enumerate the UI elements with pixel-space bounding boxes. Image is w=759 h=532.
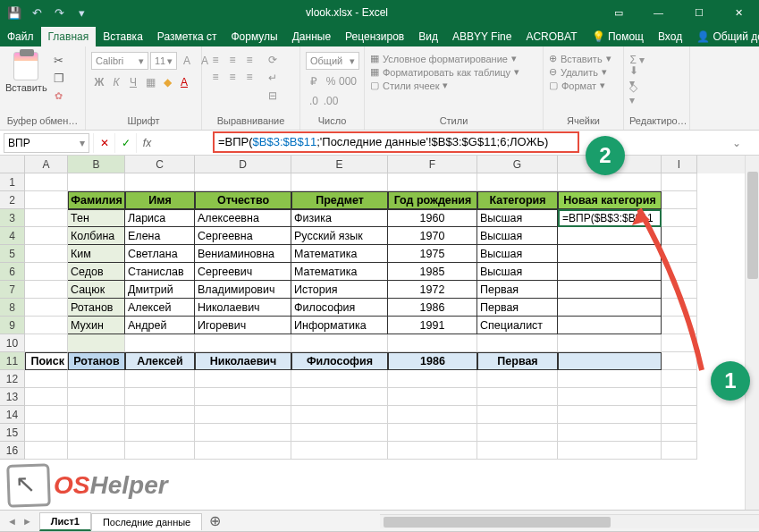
cell-B6[interactable]: Седов bbox=[68, 263, 125, 281]
cell-D2[interactable]: Отчество bbox=[195, 191, 291, 209]
row-header-7[interactable]: 7 bbox=[0, 281, 25, 299]
cell-B10[interactable] bbox=[68, 334, 125, 352]
merge-icon[interactable]: ⊟ bbox=[265, 88, 281, 104]
tab-home[interactable]: Главная bbox=[41, 27, 97, 46]
spreadsheet-grid[interactable]: ABCDEFGHI 12ФамилияИмяОтчествоПредметГод… bbox=[0, 156, 759, 510]
cell-G16[interactable] bbox=[477, 442, 558, 460]
cell-C16[interactable] bbox=[125, 442, 195, 460]
cell-A11[interactable]: Поиск bbox=[25, 352, 68, 370]
qat-more-icon[interactable]: ▾ bbox=[71, 2, 92, 23]
cell-C11[interactable]: Алексей bbox=[125, 352, 195, 370]
cell-D6[interactable]: Сергеевич bbox=[195, 263, 291, 281]
cell-D15[interactable] bbox=[195, 424, 291, 442]
cell-F5[interactable]: 1975 bbox=[388, 245, 477, 263]
cell-E16[interactable] bbox=[291, 442, 388, 460]
cell-G10[interactable] bbox=[477, 334, 558, 352]
cell-E9[interactable]: Информатика bbox=[291, 317, 388, 334]
cell-A15[interactable] bbox=[25, 424, 68, 442]
cell-I15[interactable] bbox=[662, 424, 697, 442]
tab-formulas[interactable]: Формулы bbox=[224, 27, 285, 46]
cell-F9[interactable]: 1991 bbox=[388, 317, 477, 334]
cell-I1[interactable] bbox=[662, 173, 697, 191]
cell-H13[interactable] bbox=[558, 388, 662, 406]
cell-F12[interactable] bbox=[388, 370, 477, 388]
cell-A2[interactable] bbox=[25, 191, 68, 209]
cell-G13[interactable] bbox=[477, 388, 558, 406]
cell-C3[interactable]: Лариса bbox=[125, 209, 195, 227]
cell-B8[interactable]: Ротанов bbox=[68, 299, 125, 317]
cell-H1[interactable] bbox=[558, 173, 662, 191]
cell-C12[interactable] bbox=[125, 370, 195, 388]
cell-C5[interactable]: Светлана bbox=[125, 245, 195, 263]
cell-F2[interactable]: Год рождения bbox=[388, 191, 477, 209]
login-link[interactable]: Вход bbox=[651, 27, 689, 46]
number-format-select[interactable]: Общий▾ bbox=[306, 52, 359, 70]
cell-A12[interactable] bbox=[25, 370, 68, 388]
cell-F10[interactable] bbox=[388, 334, 477, 352]
cell-B16[interactable] bbox=[68, 442, 125, 460]
comma-icon[interactable]: 000 bbox=[340, 73, 356, 89]
row-header-1[interactable]: 1 bbox=[0, 173, 25, 191]
tab-data[interactable]: Данные bbox=[285, 27, 338, 46]
cell-G12[interactable] bbox=[477, 370, 558, 388]
wrap-text-icon[interactable]: ↵ bbox=[265, 70, 281, 86]
cell-G15[interactable] bbox=[477, 424, 558, 442]
row-header-9[interactable]: 9 bbox=[0, 317, 25, 334]
cell-F11[interactable]: 1986 bbox=[388, 352, 477, 370]
italic-icon[interactable]: К bbox=[108, 74, 124, 90]
redo-icon[interactable]: ↷ bbox=[48, 2, 70, 23]
cell-C6[interactable]: Станислав bbox=[125, 263, 195, 281]
format-painter-icon[interactable] bbox=[51, 88, 67, 104]
tab-abbyy[interactable]: ABBYY Fine bbox=[445, 27, 519, 46]
cell-C10[interactable] bbox=[125, 334, 195, 352]
row-header-11[interactable]: 11 bbox=[0, 352, 25, 370]
save-icon[interactable]: 💾 bbox=[4, 2, 25, 23]
cell-A8[interactable] bbox=[25, 299, 68, 317]
row-header-4[interactable]: 4 bbox=[0, 227, 25, 245]
row-header-15[interactable]: 15 bbox=[0, 424, 25, 442]
formula-input[interactable]: =ВПР($B$3:$B$11;'Последние данные'!$B$3:… bbox=[218, 135, 548, 148]
new-sheet-icon[interactable]: ⊕ bbox=[202, 512, 228, 529]
fx-icon[interactable]: fx bbox=[136, 133, 157, 153]
row-header-2[interactable]: 2 bbox=[0, 191, 25, 209]
tab-file[interactable]: Файл bbox=[0, 27, 41, 46]
cell-A3[interactable] bbox=[25, 209, 68, 227]
cell-B13[interactable] bbox=[68, 388, 125, 406]
cell-B7[interactable]: Сацюк bbox=[68, 281, 125, 299]
cell-C1[interactable] bbox=[125, 173, 195, 191]
cell-A16[interactable] bbox=[25, 442, 68, 460]
cell-D9[interactable]: Игоревич bbox=[195, 317, 291, 334]
maximize-button[interactable]: ☐ bbox=[679, 0, 719, 25]
cell-G11[interactable]: Первая bbox=[477, 352, 558, 370]
tab-acrobat[interactable]: ACROBAT bbox=[519, 27, 584, 46]
column-header-G[interactable]: G bbox=[477, 156, 558, 173]
name-box[interactable]: ВПР ▾ bbox=[4, 133, 89, 153]
cell-E13[interactable] bbox=[291, 388, 388, 406]
cell-I14[interactable] bbox=[662, 406, 697, 424]
row-header-3[interactable]: 3 bbox=[0, 209, 25, 227]
cell-B11[interactable]: Ротанов bbox=[68, 352, 125, 370]
cell-B12[interactable] bbox=[68, 370, 125, 388]
cell-C8[interactable]: Алексей bbox=[125, 299, 195, 317]
column-header-E[interactable]: E bbox=[291, 156, 388, 173]
cut-icon[interactable] bbox=[51, 52, 67, 68]
cell-E8[interactable]: Философия bbox=[291, 299, 388, 317]
sheet-tab-1[interactable]: Лист1 bbox=[39, 512, 91, 531]
cell-A5[interactable] bbox=[25, 245, 68, 263]
align-center-icon[interactable]: ≡ bbox=[224, 69, 240, 85]
grow-font-icon[interactable]: A bbox=[179, 53, 195, 69]
cell-C4[interactable]: Елена bbox=[125, 227, 195, 245]
paste-button[interactable]: Вставить bbox=[5, 52, 47, 93]
row-header-14[interactable]: 14 bbox=[0, 406, 25, 424]
cell-C2[interactable]: Имя bbox=[125, 191, 195, 209]
cell-G4[interactable]: Высшая bbox=[477, 227, 558, 245]
enter-formula-icon[interactable]: ✓ bbox=[114, 133, 136, 153]
cell-B2[interactable]: Фамилия bbox=[68, 191, 125, 209]
cell-E10[interactable] bbox=[291, 334, 388, 352]
cell-F8[interactable]: 1986 bbox=[388, 299, 477, 317]
cell-C14[interactable] bbox=[125, 406, 195, 424]
percent-icon[interactable]: % bbox=[323, 73, 339, 89]
row-header-16[interactable]: 16 bbox=[0, 442, 25, 460]
cell-F1[interactable] bbox=[388, 173, 477, 191]
increase-decimal-icon[interactable]: .0 bbox=[306, 93, 322, 109]
